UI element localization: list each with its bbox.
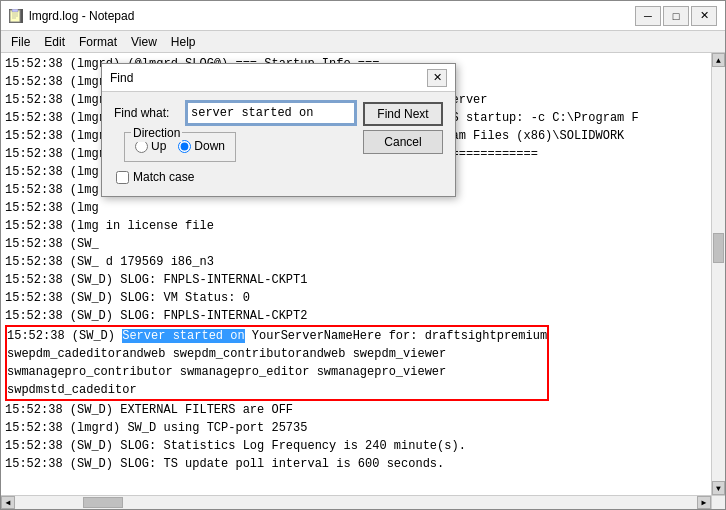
cancel-button[interactable]: Cancel — [363, 130, 443, 154]
dialog-title-bar: Find ✕ — [102, 64, 455, 92]
log-line: 15:52:38 (SW_D) SLOG: Statistics Log Fre… — [5, 437, 707, 455]
log-line: 15:52:38 (SW_ d 179569 i86_n3 — [5, 253, 707, 271]
log-line: 15:52:38 (SW_D) SLOG: TS update poll int… — [5, 455, 707, 473]
log-line: 15:52:38 (SW_D) SLOG: FNPLS-INTERNAL-CKP… — [5, 307, 707, 325]
log-line: 15:52:38 (lmg — [5, 199, 707, 217]
svg-rect-1 — [12, 9, 18, 12]
vertical-scrollbar[interactable]: ▲ ▼ — [711, 53, 725, 495]
log-line: 15:52:38 (SW_ — [5, 235, 707, 253]
find-dialog: Find ✕ Find what: — [101, 63, 456, 197]
search-match: Server started on — [122, 329, 244, 343]
scrollbar-corner — [711, 495, 725, 509]
scroll-thumb-h[interactable] — [83, 497, 123, 508]
title-bar: lmgrd.log - Notepad ─ □ ✕ — [1, 1, 725, 31]
horizontal-scrollbar[interactable]: ◀ ▶ — [1, 495, 711, 509]
log-line: 15:52:38 (SW_D) SLOG: FNPLS-INTERNAL-CKP… — [5, 271, 707, 289]
log-line-highlighted: swpdmstd_cadeditor — [7, 381, 547, 399]
log-line-highlighted: 15:52:38 (SW_D) Server started on YourSe… — [7, 327, 547, 345]
minimize-button[interactable]: ─ — [635, 6, 661, 26]
direction-area: Direction Up Down — [116, 132, 355, 162]
dialog-title: Find — [110, 69, 427, 87]
menu-view[interactable]: View — [125, 34, 163, 50]
log-line: 15:52:38 (SW_D) SLOG: VM Status: 0 — [5, 289, 707, 307]
find-next-button[interactable]: Find Next — [363, 102, 443, 126]
scroll-right-button[interactable]: ▶ — [697, 496, 711, 509]
find-what-input[interactable] — [187, 102, 355, 124]
menu-file[interactable]: File — [5, 34, 36, 50]
menu-format[interactable]: Format — [73, 34, 123, 50]
find-what-label: Find what: — [114, 104, 179, 122]
content-area: 15:52:38 (lmgrd) (@lmgrd-SLOG@) === Star… — [1, 53, 725, 495]
match-case-checkbox[interactable] — [116, 171, 129, 184]
dialog-left: Find what: Direction Up — [114, 102, 355, 186]
down-label-text: Down — [194, 137, 225, 155]
log-line: 15:52:38 (lmgrd) SW_D using TCP-port 257… — [5, 419, 707, 437]
log-line-highlighted: swmanagepro_contributor swmanagepro_edit… — [7, 363, 547, 381]
menu-edit[interactable]: Edit — [38, 34, 71, 50]
scroll-up-button[interactable]: ▲ — [712, 53, 725, 67]
dialog-close-button[interactable]: ✕ — [427, 69, 447, 87]
menu-bar: File Edit Format View Help — [1, 31, 725, 53]
highlighted-block: 15:52:38 (SW_D) Server started on YourSe… — [5, 325, 549, 401]
scroll-track-v[interactable] — [712, 67, 725, 481]
close-button[interactable]: ✕ — [691, 6, 717, 26]
match-case-text: Match case — [133, 168, 194, 186]
bottom-row: ◀ ▶ — [1, 495, 725, 509]
dialog-body: Find what: Direction Up — [102, 92, 455, 196]
menu-help[interactable]: Help — [165, 34, 202, 50]
log-line: 15:52:38 (SW_D) EXTERNAL FILTERS are OFF — [5, 401, 707, 419]
scroll-track-h[interactable] — [15, 496, 697, 509]
match-case-area: Match case — [116, 168, 355, 186]
log-line-highlighted: swepdm_cadeditorandweb swepdm_contributo… — [7, 345, 547, 363]
dialog-buttons: Find Next Cancel — [363, 102, 443, 154]
scroll-thumb-v[interactable] — [713, 233, 724, 263]
window-controls: ─ □ ✕ — [635, 6, 717, 26]
text-content[interactable]: 15:52:38 (lmgrd) (@lmgrd-SLOG@) === Star… — [1, 53, 711, 495]
scroll-left-button[interactable]: ◀ — [1, 496, 15, 509]
log-line: 15:52:38 (lmg in license file — [5, 217, 707, 235]
window-title: lmgrd.log - Notepad — [29, 9, 629, 23]
notepad-icon — [9, 9, 23, 23]
direction-down-label[interactable]: Down — [178, 137, 225, 155]
direction-legend: Direction — [131, 124, 182, 142]
maximize-button[interactable]: □ — [663, 6, 689, 26]
find-what-row: Find what: — [114, 102, 355, 124]
notepad-window: lmgrd.log - Notepad ─ □ ✕ File Edit Form… — [0, 0, 726, 510]
match-case-label[interactable]: Match case — [116, 168, 355, 186]
direction-group: Direction Up Down — [124, 132, 236, 162]
dialog-main-row: Find what: Direction Up — [114, 102, 443, 186]
scroll-down-button[interactable]: ▼ — [712, 481, 725, 495]
